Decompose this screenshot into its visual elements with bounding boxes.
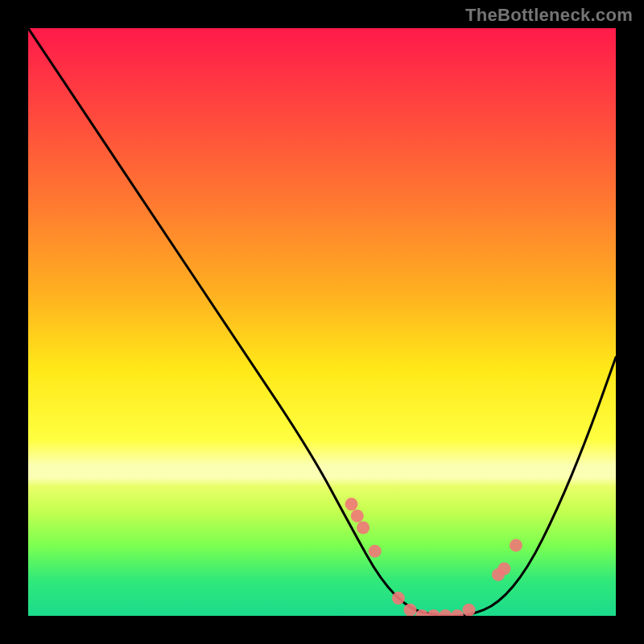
plot-area	[28, 28, 616, 616]
marker-point	[439, 609, 452, 616]
marker-point	[369, 545, 382, 558]
marker-point	[451, 609, 464, 616]
marker-point	[404, 604, 417, 616]
marker-point	[345, 497, 358, 510]
marker-point	[392, 592, 405, 605]
marker-point	[510, 539, 522, 551]
curve-markers	[345, 497, 522, 616]
marker-point	[497, 563, 510, 576]
marker-point	[463, 604, 476, 616]
curve-layer	[28, 28, 616, 616]
watermark-text: TheBottleneck.com	[465, 5, 633, 26]
marker-point	[427, 609, 440, 616]
marker-point	[357, 522, 369, 535]
chart-frame: TheBottleneck.com	[0, 0, 644, 644]
marker-point	[351, 510, 364, 522]
bottleneck-curve	[28, 28, 616, 616]
